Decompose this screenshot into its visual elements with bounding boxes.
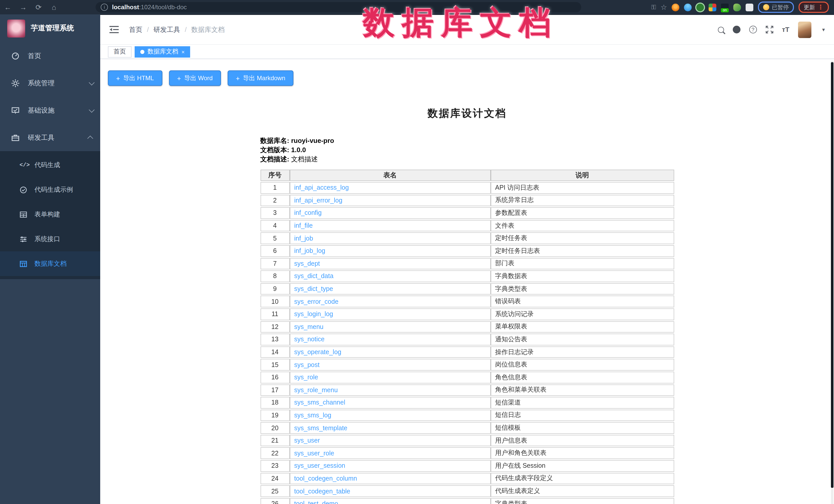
table-name-link[interactable]: inf_api_error_log bbox=[294, 197, 343, 204]
app-logo bbox=[7, 19, 25, 37]
key-icon[interactable]: ⚿ bbox=[651, 4, 656, 11]
table-name-link[interactable]: inf_api_access_log bbox=[294, 184, 349, 192]
address-bar[interactable]: i localhost:1024/tool/db-doc bbox=[95, 2, 581, 12]
export-markdown-button[interactable]: + 导出 Markdown bbox=[228, 70, 294, 86]
sidebar-item-infrastructure[interactable]: 基础设施 bbox=[0, 96, 100, 124]
table-name-link[interactable]: sys_error_code bbox=[294, 298, 338, 305]
table-name-link[interactable]: sys_user bbox=[294, 437, 320, 444]
fullscreen-icon[interactable] bbox=[766, 26, 773, 34]
table-name-link[interactable]: sys_operate_log bbox=[294, 349, 341, 356]
tab-db-doc[interactable]: 数据库文档 × bbox=[135, 46, 190, 57]
row-description: 部门表 bbox=[490, 258, 674, 269]
row-index: 22 bbox=[260, 447, 289, 459]
row-index: 7 bbox=[260, 258, 289, 269]
help-icon[interactable]: ? bbox=[749, 26, 757, 34]
sidebar-item-db-doc[interactable]: 数据库文档 bbox=[0, 251, 100, 276]
sidebar-item-home[interactable]: 首页 bbox=[0, 42, 100, 69]
scrollbar-track[interactable] bbox=[831, 61, 833, 504]
breadcrumb-dev-tools[interactable]: 研发工具 bbox=[153, 25, 180, 34]
row-table-name: sys_menu bbox=[289, 321, 490, 333]
row-description: API 访问日志表 bbox=[490, 182, 674, 194]
doc-meta-description: 文档描述: 文档描述 bbox=[260, 155, 674, 164]
row-table-name: tool_codegen_table bbox=[289, 485, 490, 497]
on-badge-extension-icon[interactable] bbox=[721, 3, 729, 11]
row-description: 错误码表 bbox=[490, 296, 674, 307]
table-name-link[interactable]: sys_role bbox=[294, 374, 318, 381]
sidebar-item-system[interactable]: 系统管理 bbox=[0, 69, 100, 96]
row-index: 14 bbox=[260, 346, 289, 358]
table-name-link[interactable]: sys_dict_type bbox=[294, 285, 333, 292]
row-index: 17 bbox=[260, 384, 289, 396]
table-name-link[interactable]: sys_user_role bbox=[294, 450, 334, 457]
row-table-name: inf_config bbox=[289, 207, 490, 219]
browser-toolbar: ← → ⟳ ⌂ i localhost:1024/tool/db-doc ⚿ ☆… bbox=[0, 0, 834, 15]
sidebar-item-code-generation[interactable]: </> 代码生成 bbox=[0, 153, 100, 177]
export-word-button[interactable]: + 导出 Word bbox=[169, 70, 221, 86]
row-table-name: sys_user_role bbox=[289, 447, 490, 459]
row-description: 岗位信息表 bbox=[490, 359, 674, 371]
sidebar-item-label: 代码生成 bbox=[35, 161, 60, 169]
table-name-link[interactable]: tool_codegen_table bbox=[294, 487, 350, 495]
chevron-down-icon[interactable]: ▼ bbox=[821, 27, 826, 32]
table-name-link[interactable]: sys_menu bbox=[294, 323, 324, 330]
breadcrumb-home[interactable]: 首页 bbox=[129, 25, 142, 34]
color-grid-extension-icon[interactable] bbox=[709, 3, 716, 11]
table-name-link[interactable]: sys_sms_channel bbox=[294, 399, 345, 406]
table-name-link[interactable]: sys_notice bbox=[294, 336, 325, 343]
tab-home[interactable]: 首页 bbox=[108, 46, 132, 57]
table-name-link[interactable]: inf_job bbox=[294, 235, 313, 242]
row-description: 用户和角色关联表 bbox=[490, 447, 674, 459]
puzzle-extension-icon[interactable] bbox=[746, 3, 753, 11]
sidebar-item-codegen-example[interactable]: 代码生成示例 bbox=[0, 177, 100, 202]
blue-drop-extension-icon[interactable] bbox=[684, 3, 692, 11]
chevron-up-icon bbox=[87, 135, 93, 141]
search-icon[interactable] bbox=[718, 26, 724, 32]
sidebar-item-dev-tools[interactable]: 研发工具 bbox=[0, 124, 100, 151]
row-table-name: tool_codegen_column bbox=[289, 473, 490, 484]
forward-icon[interactable]: → bbox=[16, 0, 31, 15]
scrollbar-thumb[interactable] bbox=[831, 62, 833, 488]
sidebar-item-form-builder[interactable]: 表单构建 bbox=[0, 202, 100, 227]
table-name-link[interactable]: inf_file bbox=[294, 222, 313, 229]
star-bookmark-icon[interactable]: ☆ bbox=[661, 3, 667, 11]
table-name-link[interactable]: sys_dept bbox=[294, 260, 320, 267]
update-chip[interactable]: 更新 ⋮ bbox=[798, 2, 829, 13]
paused-chip[interactable]: 已暂停 bbox=[758, 2, 794, 13]
table-name-link[interactable]: tool_codegen_column bbox=[294, 475, 357, 482]
table-name-link[interactable]: sys_sms_log bbox=[294, 412, 331, 419]
table-name-link[interactable]: sys_role_menu bbox=[294, 387, 338, 394]
url-host: localhost bbox=[112, 4, 139, 11]
info-icon[interactable]: i bbox=[101, 4, 108, 11]
table-name-link[interactable]: sys_login_log bbox=[294, 310, 333, 318]
table-name-link[interactable]: sys_post bbox=[294, 361, 320, 368]
close-icon[interactable]: × bbox=[181, 49, 185, 55]
row-table-name: sys_role_menu bbox=[289, 384, 490, 396]
row-index: 21 bbox=[260, 435, 289, 446]
browser-menu-dots-icon[interactable]: ⋮ bbox=[817, 4, 824, 11]
row-table-name: inf_job bbox=[289, 233, 490, 244]
leaf-extension-icon[interactable] bbox=[733, 3, 741, 11]
table-name-link[interactable]: sys_sms_template bbox=[294, 424, 347, 432]
toolbox-icon bbox=[11, 133, 20, 141]
row-index: 12 bbox=[260, 321, 289, 333]
export-html-button[interactable]: + 导出 HTML bbox=[108, 70, 162, 86]
home-icon[interactable]: ⌂ bbox=[46, 0, 62, 15]
table-name-link[interactable]: tool_test_demo bbox=[294, 500, 338, 504]
sidebar-item-system-api[interactable]: 系统接口 bbox=[0, 227, 100, 251]
font-size-icon[interactable]: ᴛT bbox=[782, 26, 790, 34]
row-table-name: sys_notice bbox=[289, 334, 490, 345]
table-name-link[interactable]: inf_job_log bbox=[294, 247, 325, 255]
plus-icon: + bbox=[116, 74, 120, 82]
doc-meta-version: 文档版本: 1.0.0 bbox=[260, 146, 674, 155]
reload-icon[interactable]: ⟳ bbox=[31, 0, 46, 15]
sidebar-collapse-icon[interactable] bbox=[109, 26, 119, 34]
github-icon[interactable] bbox=[733, 26, 741, 34]
green-check-extension-icon[interactable] bbox=[696, 3, 704, 11]
col-header-name: 表名 bbox=[289, 170, 490, 181]
back-icon[interactable]: ← bbox=[0, 0, 16, 15]
table-name-link[interactable]: sys_user_session bbox=[294, 462, 345, 469]
orange-extension-icon[interactable] bbox=[672, 3, 679, 11]
table-name-link[interactable]: sys_dict_data bbox=[294, 273, 333, 280]
avatar[interactable] bbox=[798, 21, 811, 38]
table-name-link[interactable]: inf_config bbox=[294, 210, 322, 217]
